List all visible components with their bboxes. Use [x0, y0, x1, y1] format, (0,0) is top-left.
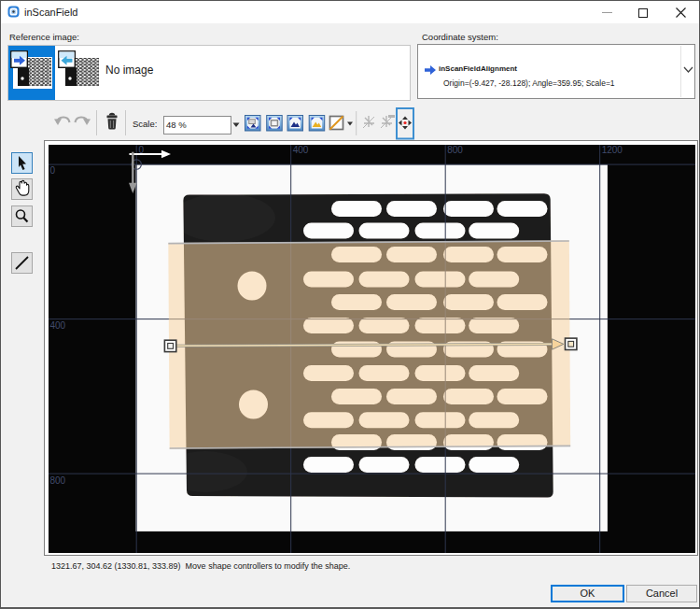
svg-text:800: 800 — [447, 145, 463, 155]
svg-text:1200: 1200 — [602, 145, 623, 155]
svg-text:0: 0 — [50, 165, 56, 176]
svg-text:400: 400 — [50, 320, 66, 331]
svg-text:800: 800 — [50, 475, 66, 486]
svg-text:400: 400 — [293, 145, 309, 155]
